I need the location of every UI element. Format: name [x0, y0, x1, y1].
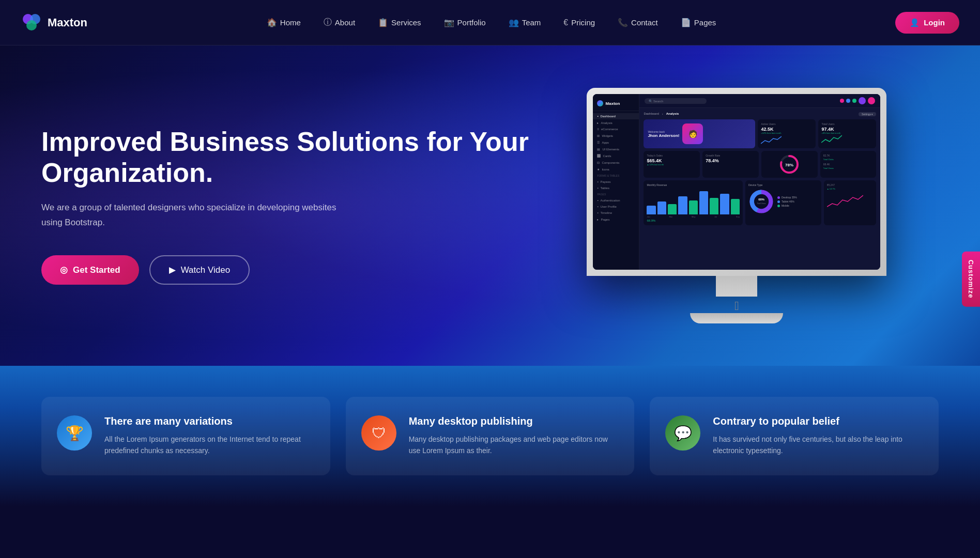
feature-title-belief: Contrary to popular belief — [713, 415, 923, 427]
nav-item-pages[interactable]: 📄 Pages — [671, 13, 726, 32]
nav-item-home[interactable]: 🏠 Home — [257, 13, 310, 32]
dash-sidebar-ecommerce[interactable]: ≡eCommerce — [593, 126, 639, 132]
stat-total-users: Total Users 97.4K +8% from last month — [818, 119, 876, 148]
welcome-card: Welcome back Jhon Anderson! 🧑 — [644, 119, 755, 148]
dash-sidebar-icons[interactable]: ★Icons — [593, 166, 639, 173]
dash-topbar: 🔍 Search — [639, 94, 880, 108]
dashboard-preview: Maxton ▪Dashboard ▸Analysis ≡eCommerce — [593, 94, 880, 270]
nav-label-services: Services — [391, 18, 421, 27]
feature-card-belief: 💬 Contrary to popular belief It has surv… — [650, 397, 939, 475]
stat-extra: 82.7K Total Clicks 68.4K Total Views — [820, 151, 877, 178]
dash-sidebar-payees[interactable]: ▪Payees — [593, 179, 639, 185]
nav-item-team[interactable]: 👥 Team — [499, 13, 550, 32]
settings-button[interactable]: Settings ▾ — [859, 112, 876, 116]
stat-todays-sales: Today's Sales $65.4K ▲ 12% last month — [644, 151, 700, 178]
dash-sidebar-pages[interactable]: PAGES — [593, 191, 639, 197]
monitor-base — [690, 313, 783, 323]
watch-video-button[interactable]: ▶ Watch Video — [149, 255, 250, 285]
about-icon: ⓘ — [324, 17, 332, 28]
stat-active-users: Active Users 42.5K +12% from last month — [758, 119, 816, 148]
svg-text:Total Views: Total Views — [757, 203, 766, 205]
feature-desc-belief: It has survived not only five centuries,… — [713, 433, 923, 457]
feature-card-variations: 🏆 There are many variations All the Lore… — [41, 397, 330, 475]
dash-logo-text: Maxton — [605, 101, 620, 106]
portfolio-icon: 📷 — [444, 18, 454, 27]
customize-label: Customize — [967, 260, 975, 299]
dash-sidebar-dashboard[interactable]: ▪Dashboard — [593, 113, 639, 119]
nav-item-about[interactable]: ⓘ About — [314, 13, 364, 32]
pricing-icon: € — [563, 18, 568, 27]
customize-tab[interactable]: Customize — [962, 252, 980, 307]
nav-item-pricing[interactable]: € Pricing — [554, 14, 604, 32]
login-button[interactable]: 👤 Login — [895, 12, 959, 34]
apple-logo:  — [734, 299, 739, 313]
feature-text-desktop: Many desktop publishing Many desktop pub… — [409, 415, 619, 457]
hero-subtitle: We are a group of talented designers who… — [41, 200, 341, 230]
feature-icon-trophy: 🏆 — [57, 415, 92, 451]
feature-desc-desktop: Many desktop publishing packages and web… — [409, 433, 619, 457]
dash-sidebar-widgets[interactable]: ⊞Widgets — [593, 132, 639, 139]
nav-label-home: Home — [280, 18, 301, 27]
dash-sidebar-timeline[interactable]: ▪Timeline — [593, 210, 639, 216]
nav-item-portfolio[interactable]: 📷 Portfolio — [435, 13, 495, 32]
get-started-label: Get Started — [73, 265, 120, 275]
pages-icon: 📄 — [681, 18, 691, 27]
login-label: Login — [924, 18, 945, 27]
dash-sidebar-auth[interactable]: ▪Authentication — [593, 197, 639, 204]
features-section: 🏆 There are many variations All the Lore… — [0, 366, 980, 506]
dash-logo: Maxton — [593, 98, 639, 111]
welcome-name: Jhon Anderson! — [648, 133, 679, 138]
dash-sidebar-forms[interactable]: FORMS & TABLES — [593, 173, 639, 179]
hero-buttons: ◎ Get Started ▶ Watch Video — [41, 255, 535, 285]
dash-sidebar-analysis[interactable]: ▸Analysis — [593, 119, 639, 126]
feature-text-belief: Contrary to popular belief It has surviv… — [713, 415, 923, 457]
dash-logo-dot — [597, 100, 603, 106]
dash-sidebar-more[interactable]: ▸Pages — [593, 216, 639, 223]
brand-logo — [21, 12, 42, 34]
dash-search[interactable]: 🔍 Search — [645, 98, 707, 104]
get-started-button[interactable]: ◎ Get Started — [41, 255, 139, 285]
nav-label-portfolio: Portfolio — [457, 18, 486, 27]
dash-sidebar-cards[interactable]: ⬜Cards — [593, 152, 639, 159]
dash-main: 🔍 Search — [639, 94, 880, 270]
dash-sidebar-apps[interactable]: ☰Apps — [593, 139, 639, 146]
dash-sidebar-ui[interactable]: ▤UI Elements — [593, 146, 639, 152]
device-type-chart: Device Type — [745, 180, 821, 225]
hero-image: Maxton ▪Dashboard ▸Analysis ≡eCommerce — [535, 88, 939, 323]
svg-point-2 — [26, 20, 37, 30]
monitor: Maxton ▪Dashboard ▸Analysis ≡eCommerce — [587, 88, 886, 323]
feature-title-variations: There are many variations — [104, 415, 315, 427]
dash-sidebar-tables[interactable]: ▪Tables — [593, 185, 639, 191]
stat-circle-78: 78% — [761, 151, 818, 178]
team-icon: 👥 — [509, 18, 519, 27]
dash-sidebar-components[interactable]: ⊟Components — [593, 159, 639, 166]
services-icon: 📋 — [378, 18, 388, 27]
dash-content: Dashboard › Analysis Settings ▾ W — [639, 108, 880, 229]
get-started-icon: ◎ — [60, 265, 68, 275]
nav-label-team: Team — [522, 18, 541, 27]
brand-name: Maxton — [48, 16, 87, 29]
play-icon: ▶ — [169, 265, 176, 275]
nav-menu: 🏠 Home ⓘ About 📋 Services 📷 Portfolio 👥 … — [257, 13, 725, 32]
nav-label-pages: Pages — [694, 18, 716, 27]
extra-stats-chart: 85,247 ▲ 13.7% — [824, 180, 877, 225]
nav-item-services[interactable]: 📋 Services — [369, 13, 431, 32]
home-icon: 🏠 — [267, 18, 277, 27]
watch-video-label: Watch Video — [181, 265, 230, 275]
contact-icon: 📞 — [618, 18, 628, 27]
feature-icon-chat: 💬 — [665, 415, 700, 451]
svg-text:68%: 68% — [758, 198, 764, 201]
dash-breadcrumb: Dashboard › Analysis Settings ▾ — [644, 112, 876, 116]
monitor-screen: Maxton ▪Dashboard ▸Analysis ≡eCommerce — [593, 94, 880, 270]
nav-label-about: About — [335, 18, 355, 27]
breadcrumb-analysis: Analysis — [666, 112, 679, 116]
hero-content: Improved Business Solutions for Your Org… — [41, 127, 535, 285]
svg-text:78%: 78% — [785, 163, 793, 167]
stat-growth-rate: Growth Rate 78.4% — [702, 151, 759, 178]
nav-label-pricing: Pricing — [571, 18, 595, 27]
dash-sidebar-profile[interactable]: ▪User Profile — [593, 204, 639, 210]
monitor-stand:  — [587, 276, 886, 323]
feature-text-variations: There are many variations All the Lorem … — [104, 415, 315, 457]
navbar: Maxton 🏠 Home ⓘ About 📋 Services 📷 Portf… — [0, 0, 980, 45]
nav-item-contact[interactable]: 📞 Contact — [608, 13, 667, 32]
